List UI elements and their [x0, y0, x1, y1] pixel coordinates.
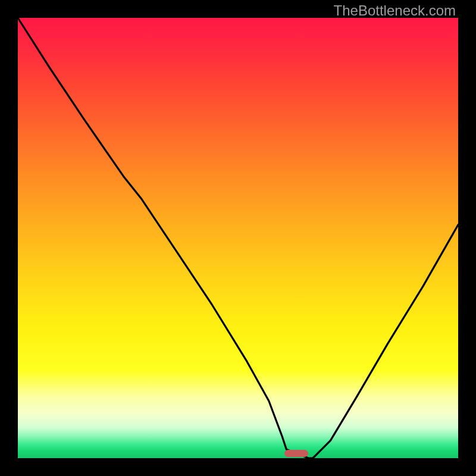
plot-area [18, 18, 458, 458]
watermark-text: TheBottleneck.com [334, 2, 456, 19]
chart-frame: TheBottleneck.com [0, 0, 476, 476]
curve-path [18, 18, 458, 458]
bottleneck-curve [18, 18, 458, 458]
optimal-marker [284, 450, 309, 457]
